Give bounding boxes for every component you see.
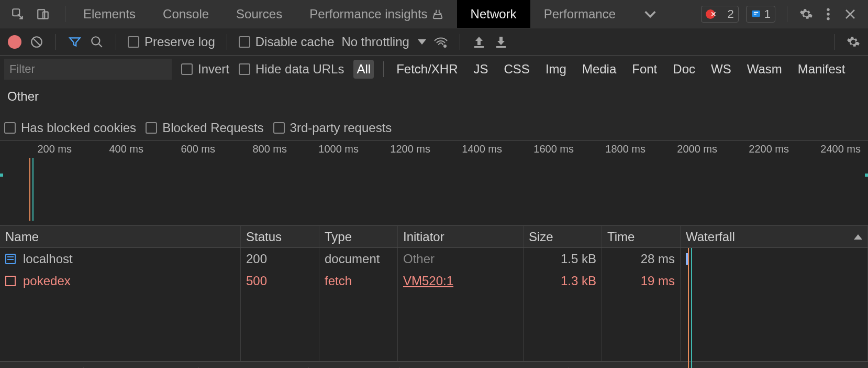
download-har-icon[interactable] bbox=[494, 35, 508, 49]
table-body-empty bbox=[0, 292, 868, 361]
issues-counter[interactable]: 1 bbox=[746, 6, 775, 23]
col-initiator[interactable]: Initiator bbox=[398, 226, 524, 247]
col-status[interactable]: Status bbox=[241, 226, 319, 247]
timeline-tick: 1600 ms bbox=[502, 143, 574, 155]
cell-time: 19 ms bbox=[602, 270, 681, 292]
search-icon[interactable] bbox=[90, 35, 104, 49]
timeline-tick: 1200 ms bbox=[359, 143, 430, 155]
blocked-requests-checkbox[interactable]: Blocked Requests bbox=[146, 121, 263, 135]
table-row[interactable]: localhost 200 document Other 1.5 kB 28 m… bbox=[0, 248, 868, 270]
sort-asc-icon bbox=[854, 234, 862, 240]
record-button[interactable] bbox=[7, 35, 22, 49]
network-settings-icon[interactable] bbox=[846, 35, 861, 49]
separator bbox=[116, 34, 116, 50]
status-bar: 2 requests 2.8 kB transferred 2.4 kB res… bbox=[0, 361, 868, 368]
tab-perf-insights[interactable]: Performance insights bbox=[296, 0, 457, 28]
tab-performance[interactable]: Performance bbox=[530, 0, 629, 28]
svg-point-6 bbox=[827, 17, 829, 19]
devtools-tabbar: Elements Console Sources Performance ins… bbox=[0, 0, 868, 28]
kebab-menu-icon[interactable] bbox=[821, 7, 836, 21]
timeline-tick: 1400 ms bbox=[430, 143, 502, 155]
col-time[interactable]: Time bbox=[602, 226, 681, 247]
cell-type: fetch bbox=[319, 270, 398, 292]
settings-icon[interactable] bbox=[799, 7, 814, 21]
hide-data-urls-checkbox[interactable]: Hide data URLs bbox=[239, 62, 344, 77]
svg-rect-2 bbox=[43, 12, 48, 18]
panel-tabs: Elements Console Sources Performance ins… bbox=[70, 0, 671, 28]
filter-type-manifest[interactable]: Manifest bbox=[795, 60, 849, 79]
timeline-tick: 2200 ms bbox=[717, 143, 789, 155]
filter-type-all[interactable]: All bbox=[353, 60, 374, 79]
clear-icon[interactable] bbox=[29, 35, 44, 49]
tab-more[interactable] bbox=[629, 0, 671, 28]
third-party-checkbox[interactable]: 3rd-party requests bbox=[273, 121, 392, 135]
table-header: Name Status Type Initiator Size Time Wat… bbox=[0, 226, 868, 248]
col-size[interactable]: Size bbox=[524, 226, 602, 247]
tab-console[interactable]: Console bbox=[149, 0, 222, 28]
timeline-tick: 200 ms bbox=[0, 143, 72, 155]
filter-type-font[interactable]: Font bbox=[629, 60, 660, 79]
timeline-tick: 1000 ms bbox=[287, 143, 359, 155]
cell-type: document bbox=[319, 248, 398, 270]
filter-type-img[interactable]: Img bbox=[542, 60, 570, 79]
svg-rect-1 bbox=[38, 9, 44, 18]
timeline-activity bbox=[865, 174, 868, 177]
timeline-overview[interactable]: 200 ms 400 ms 600 ms 800 ms 1000 ms 1200… bbox=[0, 141, 868, 226]
svg-rect-10 bbox=[474, 46, 484, 48]
timeline-tick: 2000 ms bbox=[646, 143, 717, 155]
col-type[interactable]: Type bbox=[319, 226, 398, 247]
cell-status: 500 bbox=[241, 270, 319, 292]
load-marker bbox=[32, 158, 34, 221]
filter-input[interactable] bbox=[4, 59, 172, 80]
svg-rect-11 bbox=[496, 46, 506, 48]
tab-elements[interactable]: Elements bbox=[70, 0, 149, 28]
cell-initiator: Other bbox=[398, 248, 524, 270]
preserve-log-checkbox[interactable]: Preserve log bbox=[128, 35, 215, 49]
cell-initiator[interactable]: VM520:1 bbox=[398, 270, 524, 292]
timeline-tick: 400 ms bbox=[72, 143, 143, 155]
filter-type-js[interactable]: JS bbox=[471, 60, 492, 79]
filter-type-ws[interactable]: WS bbox=[708, 60, 735, 79]
table-row[interactable]: pokedex 500 fetch VM520:1 1.3 kB 19 ms bbox=[0, 270, 868, 292]
filter-type-css[interactable]: CSS bbox=[501, 60, 533, 79]
svg-point-8 bbox=[92, 37, 99, 45]
error-counter[interactable]: ✕2 bbox=[701, 6, 739, 23]
chevron-down-icon bbox=[418, 39, 426, 45]
separator bbox=[227, 34, 227, 50]
cell-waterfall bbox=[681, 248, 868, 270]
disable-cache-checkbox[interactable]: Disable cache bbox=[239, 35, 335, 49]
inspect-icon[interactable] bbox=[10, 7, 25, 21]
separator bbox=[460, 34, 460, 50]
col-waterfall[interactable]: Waterfall bbox=[681, 226, 868, 247]
upload-har-icon[interactable] bbox=[472, 35, 486, 49]
filter-type-media[interactable]: Media bbox=[579, 60, 619, 79]
timeline-tick: 1800 ms bbox=[574, 143, 646, 155]
cell-size: 1.3 kB bbox=[524, 270, 602, 292]
network-conditions-icon[interactable] bbox=[433, 35, 448, 49]
close-icon[interactable] bbox=[843, 7, 858, 21]
col-name[interactable]: Name bbox=[0, 226, 241, 247]
cell-status: 200 bbox=[241, 248, 319, 270]
separator bbox=[65, 6, 65, 22]
svg-point-4 bbox=[827, 8, 829, 10]
filter-type-other[interactable]: Other bbox=[4, 87, 42, 106]
device-toggle-icon[interactable] bbox=[36, 7, 50, 21]
filter-type-fetchxhr[interactable]: Fetch/XHR bbox=[393, 60, 461, 79]
fetch-icon bbox=[5, 276, 16, 286]
filter-toggle-icon[interactable] bbox=[68, 35, 82, 49]
throttling-select[interactable]: No throttling bbox=[341, 35, 426, 49]
filter-type-doc[interactable]: Doc bbox=[670, 60, 698, 79]
dcl-marker bbox=[29, 158, 30, 221]
invert-checkbox[interactable]: Invert bbox=[181, 62, 229, 77]
has-blocked-cookies-checkbox[interactable]: Has blocked cookies bbox=[4, 121, 136, 135]
filter-type-wasm[interactable]: Wasm bbox=[744, 60, 785, 79]
separator bbox=[787, 6, 787, 22]
separator bbox=[834, 34, 834, 50]
tab-sources[interactable]: Sources bbox=[222, 0, 296, 28]
timeline-tick: 600 ms bbox=[143, 143, 215, 155]
tab-network[interactable]: Network bbox=[457, 0, 530, 28]
cell-waterfall bbox=[681, 270, 868, 292]
separator bbox=[383, 61, 384, 77]
timeline-tick: 2400 ms bbox=[789, 143, 861, 155]
cell-name: pokedex bbox=[0, 270, 241, 292]
